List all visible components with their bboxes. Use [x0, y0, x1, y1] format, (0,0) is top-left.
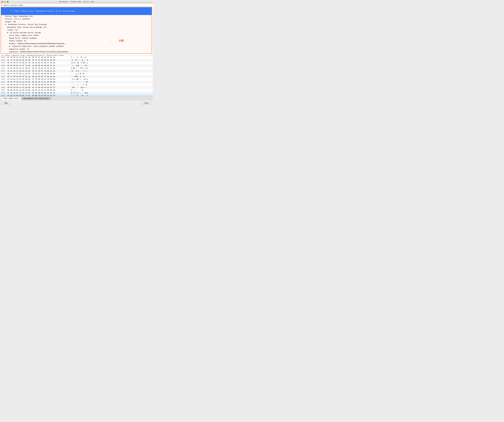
hex-bytes: 47 2c fb 4f 7e fa 7a 3c d3 de 90 e3 9e 2…	[7, 92, 71, 94]
hex-bytes: 81 9d a0 5f b7 0a de 3e bc b8 94 69 b1 0…	[7, 84, 71, 86]
hex-addr: 02e0	[1, 59, 7, 61]
version-row[interactable]: Version: TLS 1.2 (0x0303)	[1, 18, 152, 20]
ssl-section-label: Secure Sockets Layer	[4, 4, 24, 6]
hex-addr: 0380	[1, 86, 7, 89]
content-type-row[interactable]: Content Type: Handshake (22)	[1, 15, 152, 18]
hex-row: 02d0 6c f5 10 1c 22 de 3c 10 94 51 af c5…	[0, 56, 153, 59]
named-curve-row[interactable]: Named Curve: x25519 (0x001d)	[1, 37, 152, 40]
hex-addr: 0300	[1, 64, 7, 67]
collapse-triangle: ▼	[1, 4, 2, 6]
hex-bytes: 6b b9 c9 8c aa 83 b3 0b b5 9f 41 94 3c 6…	[7, 89, 71, 91]
public-key-label: 公钥	[119, 39, 124, 42]
hex-ascii: JM····` ·pV·=···	[71, 86, 88, 89]
tab-reassembled[interactable]: Reassembled TCP (1620 bytes)	[22, 97, 51, 100]
hex-bytes: 95 fb f0 20 f8 e4 92 85 85 0e de fa dc 2…	[7, 81, 71, 83]
hex-ascii: ···_···> ···i··B·	[71, 84, 88, 86]
hex-addr: 0370	[1, 84, 7, 86]
hex-bytes: e3 2f 9d 5f 1e 6f 7a 40 ee b6 b0 be 94 6…	[7, 64, 71, 67]
hex-addr: 02f0	[1, 62, 7, 64]
hex-addr: 0350	[1, 78, 7, 81]
hex-ascii: ·w··*N·· ··g····5	[71, 59, 88, 61]
hex-ascii: ~O···D·d ····v·".	[71, 70, 88, 72]
hex-ascii: ··· ····· ·····#P·	[71, 81, 89, 83]
hex-row: 0370 81 9d a0 5f b7 0a de 3e bc b8 94 69…	[0, 83, 153, 86]
hex-addr: 0360	[1, 81, 7, 83]
curve-type-row[interactable]: Curve Type: named_curve (0x03)	[1, 34, 152, 37]
hex-addr: 0310	[1, 67, 7, 70]
tls-record-header-row[interactable]: ▼ TLSv1.2 Record Layer: Handshake Protoc…	[1, 7, 152, 15]
hex-ascii: _2·t·aM] 7···N(·e	[71, 78, 88, 81]
window-controls	[1, 1, 9, 3]
hex-ascii: l·····<· ·Q···#··	[71, 56, 88, 59]
server-hello-done-container: ▶ TLSv1.2 Record Layer: Handshake Protoc…	[0, 54, 153, 56]
hex-addr: 0340	[1, 75, 7, 78]
handshake-protocol-row[interactable]: ▼ Handshake Protocol: Server Key Exchang…	[1, 23, 152, 26]
ec-dh-row[interactable]: ▼ EC Diffie-Hellman Server Params	[1, 31, 152, 34]
hex-dump[interactable]: 02d0 6c f5 10 1c 22 de 3c 10 94 51 af c5…	[0, 56, 153, 96]
window-title: Wireshark · Packet 451 · Wi-Fi: en0	[59, 1, 94, 3]
arrow-annotation-2: ←	[150, 54, 152, 56]
pubkey-length-row[interactable]: Pubkey Length: 32	[1, 40, 152, 42]
minimize-window-btn[interactable]	[4, 1, 6, 3]
hex-row: 0350 5f 32 ea 74 ec 61 4d 5d 37 f6 d3 e0…	[0, 78, 153, 81]
hex-row: 0390 6b b9 c9 8c aa 83 b3 0b b5 9f 41 94…	[0, 89, 153, 92]
hex-row: 03a0 47 2c fb 4f 7e fa 7a 3c d3 de 90 e3…	[0, 92, 153, 94]
sig-algorithm-row[interactable]: ▶ Signature Algorithm: ecdsa_secp384r1_s…	[1, 45, 152, 48]
hex-ascii: nC·B··2p ·9·A0··j	[71, 62, 88, 64]
hex-row: 03b0 e6 10 16 03 03 00 74 0c 00 00 70 03…	[0, 94, 153, 96]
handshake-type-row[interactable]: Handshake Type: Server Key Exchange (12)	[1, 26, 152, 29]
hex-ascii: k······· ··A·	[71, 89, 84, 91]
hex-addr: 0330	[1, 72, 7, 75]
tls-highlighted-section: ← ▼ TLSv1.2 Record Layer: Handshake Prot…	[1, 7, 152, 54]
length-row[interactable]: Length: 116	[1, 20, 152, 23]
maximize-window-btn[interactable]	[7, 1, 9, 3]
hex-bytes: d4 f7 93 3e 50 44 32 aa 6d ed 26 69 73 e…	[7, 75, 71, 78]
hex-ascii: G,·O~·z< ·····&5y	[71, 92, 88, 94]
tab-frame[interactable]: Frame (1084 bytes)	[1, 97, 21, 100]
hex-ascii: ······t· ··p··· s	[71, 94, 88, 96]
tab-bar: Frame (1084 bytes) Reassembled TCP (1620…	[0, 96, 153, 100]
hex-row: 0340 d4 f7 93 3e 50 44 32 aa 6d ed 26 69…	[0, 75, 153, 78]
hex-addr: 0390	[1, 89, 7, 91]
arrow-annotation-1: ←	[152, 7, 153, 10]
hex-ascii: ···>PD2· m··is···	[71, 75, 88, 78]
bottom-bar: Help Close	[0, 100, 153, 106]
help-button[interactable]: Help	[1, 101, 10, 105]
hex-bytes: 7e 4f 12 c2 dd 44 d1 64 91 fc d4 97 76 0…	[7, 70, 71, 72]
close-window-btn[interactable]	[1, 1, 3, 3]
signature-row[interactable]: Signature: 3046022100b1f766b57ef018c4731…	[1, 50, 152, 53]
pubkey-row[interactable]: Pubkey: 7336b3ccb5bbf259eebfe97d98652536…	[1, 42, 152, 45]
hex-ascii: ·····z·u B··@····	[71, 72, 88, 75]
hex-ascii: q·MZ···· T?4··V·U	[71, 67, 88, 70]
hex-row: 0310 71 8f 4d 5a c4 a1 a0 0c 54 3f 34 ab…	[0, 67, 153, 70]
hex-ascii: ·/·_·oz@ ·····m?!	[71, 64, 88, 67]
hex-bytes: 6e 43 f8 42 f4 9d 32 70 d4 39 a9 41 30 c…	[7, 62, 71, 64]
hex-addr: 03b0	[1, 94, 7, 96]
hex-bytes: 71 8f 4d 5a c4 a1 a0 0c 54 3f 34 ab f2 5…	[7, 67, 71, 70]
hex-row: 0300 e3 2f 9d 5f 1e 6f 7a 40 ee b6 b0 be…	[0, 64, 153, 67]
pubkey-section: Pubkey Length: 32 Pubkey: 7336b3ccb5bbf2…	[1, 40, 152, 45]
packet-tree[interactable]: ▼ Secure Sockets Layer ← ▼ TLSv1.2 Recor…	[0, 4, 153, 56]
hex-row: 0320 7e 4f 12 c2 dd 44 d1 64 91 fc d4 97…	[0, 70, 153, 72]
tls-record-label: TLSv1.2 Record Layer: Handshake Protocol…	[14, 10, 75, 12]
hex-bytes: 20 4a 4d b0 ca af a6 60 ee 70 56 94 3d e…	[7, 86, 71, 89]
hex-addr: 02d0	[1, 56, 7, 59]
hex-bytes: e6 10 16 03 03 00 74 0c 00 00 70 03 00 1…	[7, 94, 71, 96]
close-button[interactable]: Close	[142, 101, 151, 105]
hex-row: 02e0 ac 77 f1 8d 2a 4e 94 82 9f 97 67 f5…	[0, 59, 153, 62]
hex-addr: 03a0	[1, 92, 7, 94]
server-hello-done-row[interactable]: ▶ TLSv1.2 Record Layer: Handshake Protoc…	[1, 54, 149, 56]
expand-arrow: ▼	[11, 10, 14, 12]
arrow-annotation-pubkey: ↗	[110, 41, 111, 43]
handshake-length-row[interactable]: Length: 112	[1, 29, 152, 31]
main-content: ▼ Secure Sockets Layer ← ▼ TLSv1.2 Recor…	[0, 4, 153, 100]
hex-row: 0380 20 4a 4d b0 ca af a6 60 ee 70 56 94…	[0, 86, 153, 89]
hex-bytes: 5f 32 ea 74 ec 61 4d 5d 37 f6 d3 e0 4e 2…	[7, 78, 71, 81]
hex-row: 0330 05 e7 f4 f7 00 7a 19 75 42 8d 87 40…	[0, 72, 153, 75]
hex-bytes: ac 77 f1 8d 2a 4e 94 82 9f 97 67 f5 e0 d…	[7, 59, 71, 61]
ssl-section-header[interactable]: ▼ Secure Sockets Layer	[0, 4, 153, 6]
hex-bytes: 6c f5 10 1c 22 de 3c 10 94 51 af c5 1b 2…	[7, 56, 71, 59]
sig-length-row[interactable]: Signature Length: 72	[1, 48, 152, 51]
hex-row: 0360 95 fb f0 20 f8 e4 92 85 85 0e de fa…	[0, 81, 153, 84]
hex-row: 02f0 6e 43 f8 42 f4 9d 32 70 d4 39 a9 41…	[0, 61, 153, 64]
